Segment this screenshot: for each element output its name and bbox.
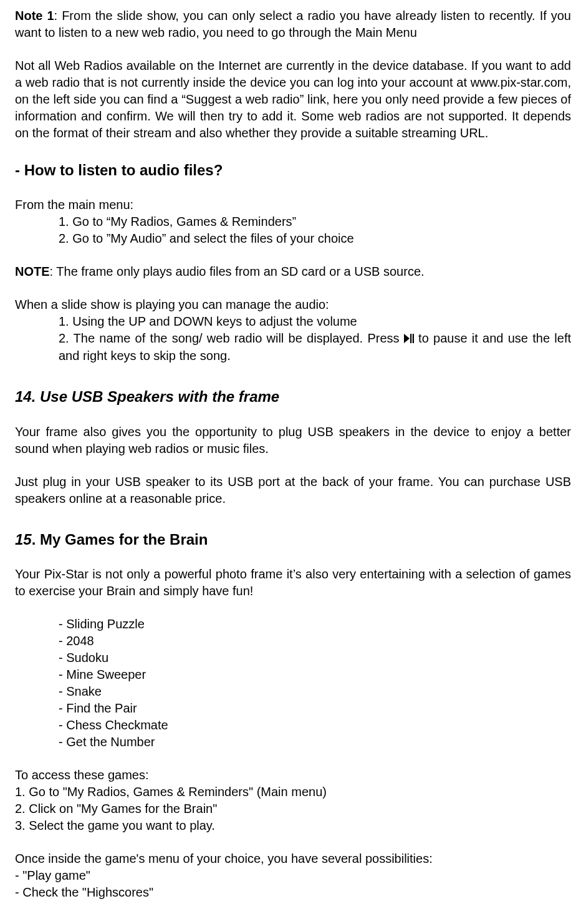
list-item: 2. The name of the song/ web radio will …: [59, 330, 571, 364]
svg-marker-0: [404, 334, 410, 343]
svg-rect-1: [410, 334, 411, 343]
inside-game-block: Once inside the game's menu of your choi…: [15, 850, 571, 901]
list-item: - Find the Pair: [59, 700, 571, 717]
list-item: - Check the "Highscores": [15, 884, 571, 901]
manage-audio-intro: When a slide show is playing you can man…: [15, 296, 571, 313]
heading-usb-speakers: 14. Use USB Speakers with the frame: [15, 387, 571, 407]
list-item: - Snake: [59, 683, 571, 700]
list-item: - Sudoku: [59, 649, 571, 666]
list-item: - Mine Sweeper: [59, 666, 571, 683]
from-main-menu: From the main menu:: [15, 197, 571, 213]
note-1-label: Note 1: [15, 9, 54, 22]
list-item: - Chess Checkmate: [59, 717, 571, 734]
list-item: 2. Click on "My Games for the Brain": [15, 800, 571, 817]
usb-paragraph-2: Just plug in your USB speaker to its USB…: [15, 474, 571, 507]
play-pause-icon: [404, 331, 414, 348]
usb-paragraph-1: Your frame also gives you the opportunit…: [15, 424, 571, 457]
access-games-block: To access these games: 1. Go to "My Radi…: [15, 767, 571, 834]
note-label: NOTE: [15, 265, 50, 278]
note-1-text: : From the slide show, you can only sele…: [15, 9, 571, 39]
heading-games-text: . My Games for the Brain: [32, 531, 208, 548]
inside-game-intro: Once inside the game's menu of your choi…: [15, 850, 571, 867]
note-audio-text: : The frame only plays audio files from …: [50, 265, 425, 278]
note-1: Note 1: From the slide show, you can onl…: [15, 7, 571, 41]
list-item: 1. Go to "My Radios, Games & Reminders" …: [15, 784, 571, 800]
list-item: - Get the Number: [59, 734, 571, 751]
list-item: 2. Go to ”My Audio” and select the files…: [59, 230, 571, 247]
manage-audio-steps: 1. Using the UP and DOWN keys to adjust …: [59, 313, 571, 364]
list-item: 1. Using the UP and DOWN keys to adjust …: [59, 313, 571, 330]
list-item: - 2048: [59, 633, 571, 649]
audio-steps-list: 1. Go to “My Radios, Games & Reminders” …: [59, 213, 571, 247]
paragraph-webradio-database: Not all Web Radios available on the Inte…: [15, 57, 571, 142]
step-2-part-a: 2. The name of the song/ web radio will …: [59, 331, 404, 345]
heading-games-number: 15: [15, 531, 32, 548]
note-audio-source: NOTE: The frame only plays audio files f…: [15, 263, 571, 280]
games-list: - Sliding Puzzle - 2048 - Sudoku - Mine …: [59, 616, 571, 751]
list-item: 3. Select the game you want to play.: [15, 817, 571, 834]
heading-games: 15. My Games for the Brain: [15, 530, 571, 550]
access-games-intro: To access these games:: [15, 767, 571, 784]
list-item: - "Play game": [15, 867, 571, 884]
list-item: 1. Go to “My Radios, Games & Reminders”: [59, 213, 571, 230]
list-item: - Sliding Puzzle: [59, 616, 571, 633]
heading-audio-files: - How to listen to audio files?: [15, 160, 571, 180]
games-intro: Your Pix-Star is not only a powerful pho…: [15, 566, 571, 600]
